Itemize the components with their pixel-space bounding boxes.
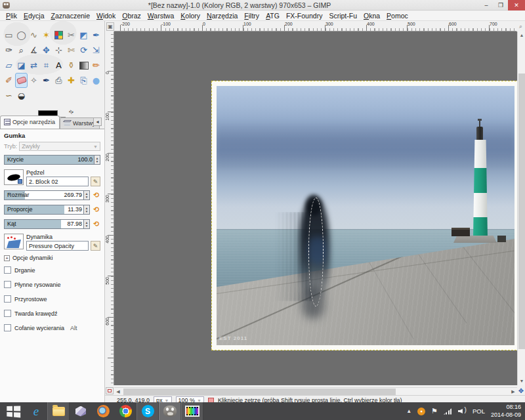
menu-script-fu[interactable]: Script-Fu [326, 12, 360, 20]
tool-paths[interactable]: ✒ [90, 28, 102, 43]
dynamics-preview[interactable] [4, 234, 24, 249]
checkbox[interactable] [4, 266, 11, 274]
opacity-slider[interactable]: Krycie 100.0 [4, 155, 94, 165]
tool-scissors-select[interactable]: ✂ [65, 28, 77, 43]
menu-fx-foundry[interactable]: FX-Foundry [283, 12, 326, 20]
taskbar-prism-app[interactable] [70, 402, 92, 420]
scroll-up-icon[interactable]: ▲ [518, 32, 525, 39]
checkbox[interactable] [4, 324, 11, 331]
tab-tool-options[interactable]: Opcje narzędzia [0, 116, 60, 129]
tool-flip[interactable]: ⇄ [28, 58, 40, 73]
tool-airbrush[interactable]: ✧ [28, 73, 40, 88]
close-button[interactable]: ✕ [508, 0, 525, 10]
taskbar-internet-explorer[interactable]: e [25, 402, 47, 420]
option-drganie[interactable]: Drganie [4, 266, 100, 274]
option-cofanie-wycierania[interactable]: Cofanie wycieraniaAlt [4, 324, 100, 331]
zoom-follow-window-icon[interactable]: ⌕ [516, 22, 525, 32]
slider-spinner[interactable]: ▲▼ [84, 219, 90, 229]
network-icon[interactable] [444, 408, 452, 415]
tool-perspective-clone[interactable]: ⎘ [77, 73, 90, 88]
taskbar-firefox[interactable] [92, 402, 114, 420]
menu-kolory[interactable]: Kolory [177, 12, 203, 20]
language-indicator[interactable]: POL [472, 408, 485, 415]
edit-brush-button[interactable]: ✎ [91, 177, 100, 186]
tool-rotate[interactable]: ⟳ [77, 43, 90, 58]
reset-icon[interactable]: ⟲ [92, 220, 100, 228]
tool-ink[interactable]: ✒ [40, 73, 52, 88]
volume-icon[interactable] [458, 408, 467, 415]
action-center-icon[interactable]: ⚑ [431, 407, 438, 415]
dynamics-field[interactable]: Pressure Opacity [26, 241, 89, 251]
menu-pomoc[interactable]: Pomoc [383, 12, 411, 20]
rozmiar-slider[interactable]: Rozmiar269.79 [4, 190, 84, 200]
taskbar-gimp[interactable] [159, 402, 181, 420]
slider-spinner[interactable]: ▲▼ [84, 190, 90, 200]
option-twarda-kraw-d-[interactable]: Twarda krawędź [4, 310, 100, 317]
tool-ellipse-select[interactable]: ◯ [15, 28, 28, 43]
tool-color-picker[interactable]: ✑ [3, 43, 15, 58]
tool-blur-sharpen[interactable]: ● [90, 73, 102, 88]
swap-colors-icon[interactable]: ⇄ [68, 108, 75, 116]
tool-zoom[interactable]: ⌕ [15, 43, 28, 58]
tool-crop[interactable]: ✄ [65, 43, 77, 58]
proporcje-slider[interactable]: Proporcje11.39 [4, 205, 84, 215]
checkbox[interactable] [4, 310, 11, 317]
menu-okna[interactable]: Okna [360, 12, 383, 20]
tray-app-icon[interactable] [417, 408, 425, 415]
taskbar-image-viewer[interactable] [181, 402, 203, 420]
restore-button[interactable]: ❐ [494, 0, 508, 10]
option-p-ynne-rysowanie[interactable]: Płynne rysowanie [4, 281, 100, 288]
tool-move[interactable]: ✥ [40, 43, 52, 58]
menu-narz-dzia[interactable]: Narzędzia [203, 12, 241, 20]
photo-image[interactable]: EST 2011 [217, 86, 514, 345]
menu-plik[interactable]: Plik [3, 12, 20, 20]
mode-select[interactable]: Zwykły ▼ [19, 142, 100, 151]
menu-atg[interactable]: ATG [262, 12, 283, 20]
tool-measure[interactable]: ∡ [28, 43, 40, 58]
ruler-corner-button[interactable]: ▣ [106, 22, 114, 31]
brush-name-field[interactable]: 2. Block 02 [26, 177, 89, 186]
tool-blend-gradient[interactable] [77, 58, 90, 73]
taskbar-file-explorer[interactable] [47, 402, 70, 420]
tool-paintbrush[interactable]: ✐ [3, 73, 15, 88]
taskbar-start[interactable] [0, 402, 25, 420]
scroll-down-icon[interactable]: ▼ [518, 377, 525, 385]
tool-free-select[interactable]: ∿ [28, 28, 40, 43]
opacity-spinner[interactable]: ▲▼ [94, 155, 100, 165]
menu-warstwa[interactable]: Warstwa [144, 12, 177, 20]
quick-mask-button[interactable] [106, 387, 114, 394]
tool-pencil[interactable]: ✏ [90, 58, 102, 73]
taskbar-chrome[interactable] [114, 402, 136, 420]
vertical-scroll-thumb[interactable] [518, 74, 525, 349]
kt-slider[interactable]: Kąt87.98 [4, 219, 84, 229]
minimize-button[interactable]: – [479, 0, 494, 10]
tool-select-by-color[interactable] [52, 28, 65, 43]
tray-expand-icon[interactable]: ▲ [406, 408, 411, 414]
dock-menu-button[interactable]: ◂ [93, 117, 102, 126]
tool-heal[interactable]: ✚ [65, 73, 77, 88]
tool-smudge[interactable]: ∽ [3, 88, 15, 103]
menu-widok[interactable]: Widok [93, 12, 119, 20]
taskbar-skype[interactable]: S [136, 402, 159, 420]
tool-eraser[interactable] [15, 73, 28, 88]
reset-icon[interactable]: ⟲ [92, 191, 100, 200]
tool-perspective[interactable]: ◪ [15, 58, 28, 73]
brush-preview[interactable] [4, 169, 24, 185]
menu-obraz[interactable]: Obraz [119, 12, 144, 20]
horizontal-scroll-thumb[interactable] [123, 388, 396, 395]
option-przyrostowe[interactable]: Przyrostowe [4, 295, 100, 303]
vertical-ruler[interactable]: 0100200300400500600 [105, 32, 114, 385]
menu-edycja[interactable]: Edycja [20, 12, 48, 20]
tool-dodge-burn[interactable]: ◒ [15, 88, 28, 103]
tool-text[interactable]: A [52, 58, 65, 73]
tool-scale[interactable]: ⇲ [90, 43, 102, 58]
tool-shear[interactable]: ▱ [3, 58, 15, 73]
tool-clone[interactable]: ⎙ [52, 73, 65, 88]
horizontal-scrollbar[interactable]: ◀ ▶ [114, 387, 517, 395]
tool-fuzzy-select[interactable]: ✶ [40, 28, 52, 43]
vertical-scrollbar[interactable]: ▲ ▼ [517, 32, 525, 385]
canvas[interactable]: EST 2011 [114, 32, 517, 385]
reset-icon[interactable]: ⟲ [92, 205, 100, 214]
tool-align[interactable]: ⊹ [52, 43, 65, 58]
expander-icon[interactable]: + [4, 255, 10, 261]
